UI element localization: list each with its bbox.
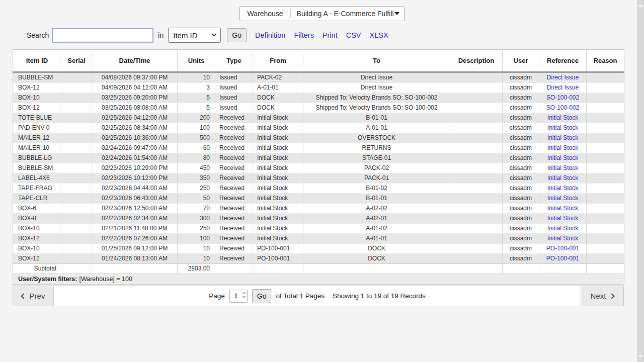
reference-link[interactable]: Initial Stock <box>547 225 578 232</box>
cell-to: DOCK <box>303 244 450 254</box>
cell-reference: Initial Stock <box>539 113 587 123</box>
table-row: BUBBLE-SM02/23/2026 10:29:00 PM450Receiv… <box>13 163 624 173</box>
spinner-down-icon[interactable] <box>242 296 246 299</box>
reference-link[interactable]: Initial Stock <box>547 164 578 171</box>
definition-link[interactable]: Definition <box>255 31 285 39</box>
spinner-up-icon[interactable] <box>242 292 246 294</box>
cell-serial <box>61 93 92 103</box>
cell-to: PACK-02 <box>303 163 450 173</box>
cell-reason <box>587 184 624 194</box>
col-header-from: From <box>253 50 303 72</box>
action-links: Definition Filters Print CSV XLSX <box>255 31 388 39</box>
cell-datetime: 02/23/2026 06:43:00 AM <box>92 194 178 204</box>
search-go-button[interactable]: Go <box>227 28 247 42</box>
cell-units: 50 <box>178 194 215 204</box>
cell-serial <box>61 194 92 204</box>
cell-to: Shipped To: Velocity Brands SO: SO-100-0… <box>303 93 450 103</box>
reference-link[interactable]: PO-100-001 <box>546 255 579 262</box>
cell-description <box>450 244 503 254</box>
cell-datetime: 02/23/2026 10:29:00 PM <box>92 163 178 173</box>
cell-from: Initial Stock <box>253 204 303 214</box>
chevron-right-icon <box>609 293 615 299</box>
search-label: Search <box>27 31 49 39</box>
building-dropdown[interactable]: Building A - E-Commerce Fulfill <box>291 7 404 21</box>
pagination-bar: Prev Page Go of Total 1 Pages Showing 1 … <box>13 286 624 306</box>
next-page-button[interactable]: Next <box>581 286 623 306</box>
cell-from: PACK-02 <box>253 72 303 83</box>
cell-reference: Initial Stock <box>539 163 587 173</box>
vertical-scrollbar[interactable] <box>637 0 644 362</box>
table-body: BUBBLE-SM04/08/2026 09:37:00 PM10IssuedP… <box>13 72 624 264</box>
cell-datetime: 01/24/2026 08:13:00 AM <box>92 254 178 264</box>
reference-link[interactable]: Initial Stock <box>547 174 578 182</box>
table-row: BOX-1203/25/2026 08:08:00 AM5IssuedDOCKS… <box>13 103 624 113</box>
csv-link[interactable]: CSV <box>346 31 361 39</box>
cell-user: cissadm <box>503 103 539 113</box>
page-number-wrap <box>229 290 248 303</box>
page-number-spinner[interactable] <box>242 292 246 299</box>
cell-description <box>450 194 503 204</box>
cell-from: Initial Stock <box>253 153 303 163</box>
search-field-select[interactable]: Item ID <box>168 28 221 43</box>
prev-page-button[interactable]: Prev <box>13 286 54 306</box>
cell-type: Received <box>215 194 253 204</box>
scroll-up-icon[interactable] <box>638 4 643 7</box>
reference-link[interactable]: Initial Stock <box>547 185 578 192</box>
scroll-down-icon[interactable] <box>638 355 643 358</box>
cell-reference: Initial Stock <box>539 123 587 133</box>
cell-type: Received <box>215 244 253 254</box>
cell-reason <box>587 173 624 184</box>
cell-item-id: BUBBLE-SM <box>13 72 61 83</box>
reference-link[interactable]: Direct Issue <box>547 74 579 81</box>
cell-serial <box>61 163 92 173</box>
cell-units: 200 <box>178 113 215 123</box>
table-row: TOTE-BLUE02/25/2026 04:12:00 AM200Receiv… <box>13 113 624 123</box>
subtotal-row: Subtotal: 2803.00 <box>13 264 624 274</box>
cell-reason <box>587 103 624 113</box>
reference-link[interactable]: Initial Stock <box>547 195 578 202</box>
cell-to: A-02-02 <box>303 204 450 214</box>
cell-datetime: 02/23/2026 04:44:00 AM <box>92 184 178 194</box>
col-header-to: To <box>303 50 450 72</box>
cell-description <box>450 224 503 234</box>
chevron-down-icon <box>212 31 217 36</box>
reference-link[interactable]: SO-100-002 <box>546 104 579 111</box>
cell-datetime: 03/25/2026 08:08:00 AM <box>92 103 178 113</box>
xlsx-link[interactable]: XLSX <box>370 31 388 39</box>
prev-label: Prev <box>30 292 45 300</box>
cell-from: Initial Stock <box>253 113 303 123</box>
reference-link[interactable]: Initial Stock <box>547 124 578 131</box>
cell-type: Received <box>215 143 253 153</box>
reference-link[interactable]: Initial Stock <box>547 144 578 151</box>
cell-from: PO-100-001 <box>253 254 303 264</box>
col-header-item-id: Item ID <box>13 50 61 72</box>
page-go-button[interactable]: Go <box>252 289 272 303</box>
warehouse-selector[interactable]: Warehouse Building A - E-Commerce Fulfil… <box>239 6 404 21</box>
reference-link[interactable]: SO-100-002 <box>546 94 579 101</box>
reference-link[interactable]: Initial Stock <box>547 134 578 141</box>
cell-from: Initial Stock <box>253 194 303 204</box>
print-link[interactable]: Print <box>323 31 338 39</box>
warehouse-label[interactable]: Warehouse <box>240 7 290 21</box>
cell-datetime: 01/25/2026 09:12:00 PM <box>92 244 178 254</box>
cell-serial <box>61 103 92 113</box>
filters-link[interactable]: Filters <box>294 31 313 39</box>
reference-link[interactable]: Initial Stock <box>547 205 578 212</box>
cell-serial <box>61 173 92 184</box>
cell-serial <box>61 214 92 224</box>
cell-units: 300 <box>178 214 215 224</box>
reference-link[interactable]: PO-100-001 <box>546 245 579 252</box>
cell-item-id: MAILER-12 <box>13 133 61 143</box>
cell-reason <box>587 113 624 123</box>
reference-link[interactable]: Initial Stock <box>547 215 578 222</box>
cell-units: 250 <box>178 184 215 194</box>
reference-link[interactable]: Initial Stock <box>547 154 578 161</box>
reference-link[interactable]: Initial Stock <box>547 235 578 242</box>
cell-user: cissadm <box>503 173 539 184</box>
search-input[interactable] <box>52 28 153 43</box>
reference-link[interactable]: Initial Stock <box>547 114 578 121</box>
cell-reference: Initial Stock <box>539 214 587 224</box>
reference-link[interactable]: Direct Issue <box>547 84 579 91</box>
cell-reason <box>587 72 624 83</box>
cell-units: 60 <box>178 143 215 153</box>
